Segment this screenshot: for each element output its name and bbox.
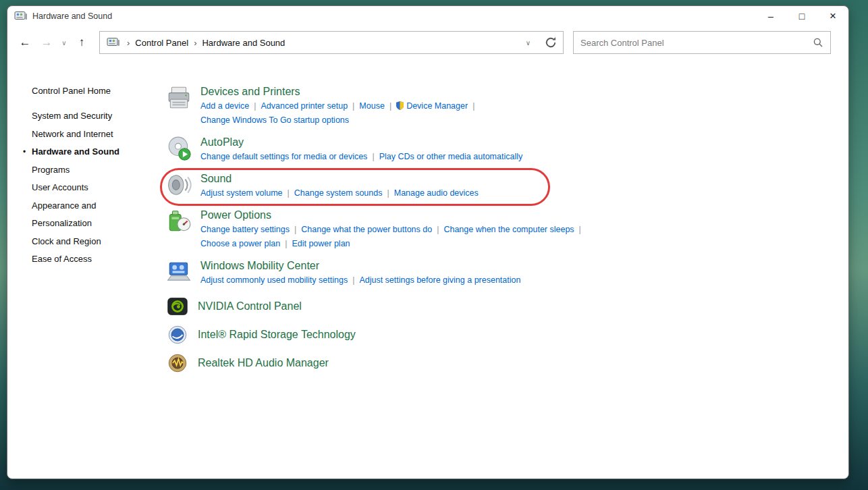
category-body: Devices and PrintersAdd a device|Advance… xyxy=(200,84,479,128)
category-body: Power OptionsChange battery settings|Cha… xyxy=(200,208,586,251)
task-link-change-windows-to-go-startup-options[interactable]: Change Windows To Go startup options xyxy=(200,115,349,125)
maximize-button[interactable]: □ xyxy=(786,6,817,26)
address-dropdown-chevron-icon[interactable]: ∨ xyxy=(526,39,531,47)
link-separator: | xyxy=(254,101,256,111)
task-link-adjust-system-volume[interactable]: Adjust system volume xyxy=(200,188,283,198)
category-windows-mobility-center: Windows Mobility CenterAdjust commonly u… xyxy=(166,258,848,288)
task-link-play-cds-or-other-media-automatically[interactable]: Play CDs or other media automatically xyxy=(379,152,523,161)
task-link-adjust-commonly-used-mobility-settings[interactable]: Adjust commonly used mobility settings xyxy=(200,275,348,285)
active-bullet: • xyxy=(23,143,26,161)
breadcrumb-chevron-icon[interactable]: › xyxy=(194,38,196,48)
window-content: Control Panel Home System and SecurityNe… xyxy=(7,59,848,479)
window-controls: – □ × xyxy=(755,6,848,26)
task-link-add-a-device[interactable]: Add a device xyxy=(200,101,249,111)
close-button[interactable]: × xyxy=(817,6,848,26)
breadcrumb-chevron-icon[interactable]: › xyxy=(127,38,130,48)
sidebar-item-appearance-and-personalization[interactable]: Appearance and Personalization xyxy=(32,197,145,233)
task-link-mouse[interactable]: Mouse xyxy=(359,101,385,111)
sidebar-item-label: Programs xyxy=(32,165,70,175)
search-box[interactable] xyxy=(573,31,831,54)
task-link-advanced-printer-setup[interactable]: Advanced printer setup xyxy=(261,101,348,111)
category-nvidia-control-panel: NVIDIA Control Panel xyxy=(166,295,848,318)
sidebar-item-network-and-internet[interactable]: Network and Internet xyxy=(32,126,145,144)
task-link-edit-power-plan[interactable]: Edit power plan xyxy=(292,239,350,248)
window-title: Hardware and Sound xyxy=(32,11,112,21)
link-separator: | xyxy=(579,225,581,234)
category-title-realtek-hd-audio-manager[interactable]: Realtek HD Audio Manager xyxy=(198,356,329,371)
sidebar-item-label: Ease of Access xyxy=(32,254,92,264)
task-link-manage-audio-devices[interactable]: Manage audio devices xyxy=(394,188,479,198)
sidebar-item-clock-and-region[interactable]: Clock and Region xyxy=(32,233,145,251)
sidebar-item-user-accounts[interactable]: User Accounts xyxy=(32,179,145,197)
task-link-change-default-settings-for-media-or-devices[interactable]: Change default settings for media or dev… xyxy=(200,152,367,161)
category-list: Devices and PrintersAdd a device|Advance… xyxy=(166,84,848,375)
sidebar-item-hardware-and-sound: •Hardware and Sound xyxy=(32,143,145,161)
uac-shield-icon xyxy=(396,101,404,109)
task-link-row: Change default settings for media or dev… xyxy=(200,150,522,164)
refresh-icon[interactable] xyxy=(544,36,558,49)
sidebar-item-label: Hardware and Sound xyxy=(32,146,119,157)
task-link-change-battery-settings[interactable]: Change battery settings xyxy=(200,225,290,234)
task-link-row: Add a device|Advanced printer setup|Mous… xyxy=(200,99,479,113)
link-separator: | xyxy=(472,101,474,111)
category-power-options: Power OptionsChange battery settings|Cha… xyxy=(166,208,848,251)
forward-button[interactable]: → xyxy=(36,32,57,53)
realtek-icon xyxy=(166,352,189,375)
category-body: Realtek HD Audio Manager xyxy=(198,356,329,371)
control-panel-app-icon xyxy=(14,10,28,22)
category-devices-and-printers: Devices and PrintersAdd a device|Advance… xyxy=(166,84,848,128)
search-icon[interactable] xyxy=(813,37,823,48)
category-title-power-options[interactable]: Power Options xyxy=(200,208,586,223)
sidebar-item-ease-of-access[interactable]: Ease of Access xyxy=(32,250,145,269)
breadcrumb-hardware-and-sound[interactable]: Hardware and Sound xyxy=(202,38,285,48)
address-bar[interactable]: › Control Panel › Hardware and Sound ∨ xyxy=(99,31,564,54)
main-pane: Devices and PrintersAdd a device|Advance… xyxy=(145,84,848,479)
category-title-devices-and-printers[interactable]: Devices and Printers xyxy=(200,84,479,99)
task-link-device-manager[interactable]: Device Manager xyxy=(406,101,468,111)
link-separator: | xyxy=(352,275,354,285)
recent-locations-chevron-icon[interactable]: ∨ xyxy=(57,32,71,53)
task-link-change-when-the-computer-sleeps[interactable]: Change when the computer sleeps xyxy=(443,225,574,234)
task-link-change-what-the-power-buttons-do[interactable]: Change what the power buttons do xyxy=(301,225,432,234)
search-input[interactable] xyxy=(580,38,813,48)
sidebar-item-system-and-security[interactable]: System and Security xyxy=(32,107,145,126)
minimize-button[interactable]: – xyxy=(755,6,786,26)
control-panel-icon xyxy=(107,36,120,49)
link-separator: | xyxy=(387,188,389,198)
breadcrumb-control-panel[interactable]: Control Panel xyxy=(135,38,188,48)
intel-icon xyxy=(166,323,189,346)
link-separator: | xyxy=(288,188,290,198)
navigation-bar: ← → ∨ ↑ › Control Panel › Hardware and S… xyxy=(7,26,848,59)
task-link-row: Choose a power plan|Edit power plan xyxy=(200,237,586,251)
category-intel-rapid-storage-technology: Intel® Rapid Storage Technology xyxy=(166,323,848,346)
category-body: Intel® Rapid Storage Technology xyxy=(198,327,356,342)
category-title-autoplay[interactable]: AutoPlay xyxy=(200,135,522,150)
task-link-change-system-sounds[interactable]: Change system sounds xyxy=(294,188,383,198)
task-link-row: Change battery settings|Change what the … xyxy=(200,223,586,237)
link-separator: | xyxy=(294,225,296,234)
sidebar-item-label: Network and Internet xyxy=(32,129,113,139)
link-separator: | xyxy=(285,239,287,248)
back-button[interactable]: ← xyxy=(14,32,36,53)
sidebar-item-programs[interactable]: Programs xyxy=(32,161,145,180)
task-link-row: Adjust commonly used mobility settings|A… xyxy=(200,273,520,288)
category-title-nvidia-control-panel[interactable]: NVIDIA Control Panel xyxy=(198,299,302,314)
category-title-windows-mobility-center[interactable]: Windows Mobility Center xyxy=(200,258,520,273)
link-separator: | xyxy=(372,152,374,161)
category-title-sound[interactable]: Sound xyxy=(200,171,479,186)
control-panel-window: Hardware and Sound – □ × ← → ∨ ↑ › Contr… xyxy=(7,5,849,479)
sidebar-nav: System and SecurityNetwork and Internet•… xyxy=(32,107,145,269)
sidebar-item-label: System and Security xyxy=(32,111,112,121)
up-button[interactable]: ↑ xyxy=(71,32,92,53)
sidebar: Control Panel Home System and SecurityNe… xyxy=(7,84,145,479)
sidebar-item-control-panel-home[interactable]: Control Panel Home xyxy=(32,84,145,98)
category-body: AutoPlayChange default settings for medi… xyxy=(200,135,522,164)
speaker-icon xyxy=(166,172,192,198)
power-meter-icon xyxy=(166,209,192,234)
task-link-row: Adjust system volume|Change system sound… xyxy=(200,186,479,200)
category-title-intel-rapid-storage-technology[interactable]: Intel® Rapid Storage Technology xyxy=(198,327,356,342)
task-link-adjust-settings-before-giving-a-presentation[interactable]: Adjust settings before giving a presenta… xyxy=(359,275,520,285)
link-separator: | xyxy=(437,225,439,234)
link-separator: | xyxy=(352,101,354,111)
task-link-choose-a-power-plan[interactable]: Choose a power plan xyxy=(200,239,280,248)
